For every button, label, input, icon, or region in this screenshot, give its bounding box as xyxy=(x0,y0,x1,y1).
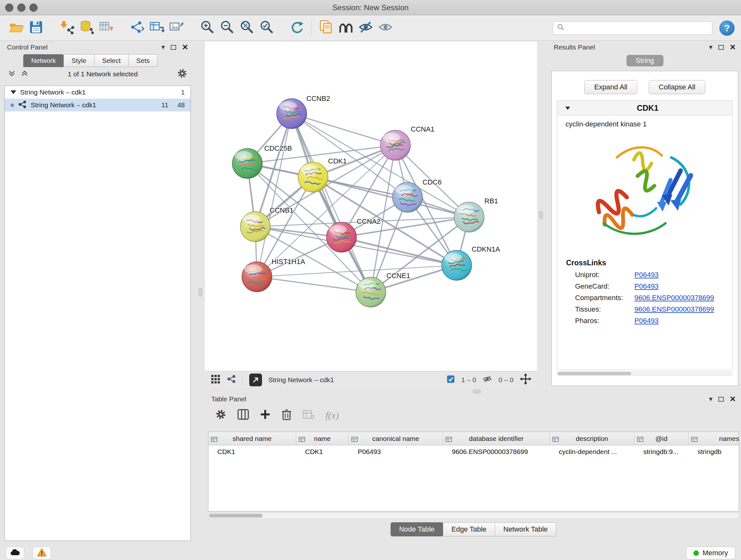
column-header[interactable]: namespace xyxy=(689,432,739,445)
tab-select[interactable]: Select xyxy=(94,54,129,67)
first-neighbors-button[interactable] xyxy=(336,18,356,38)
tab-style[interactable]: Style xyxy=(64,54,94,67)
zoom-selected-button[interactable] xyxy=(257,18,276,38)
zoom-out-button[interactable] xyxy=(217,18,237,38)
column-header[interactable]: canonical name xyxy=(349,432,443,445)
open-session-button[interactable] xyxy=(6,18,26,38)
copy-document-button[interactable] xyxy=(316,18,336,38)
table-options-gear-icon[interactable] xyxy=(215,409,226,422)
zoom-in-button[interactable] xyxy=(197,18,217,38)
table-horizontal-scrollbar[interactable] xyxy=(208,513,739,518)
tab-network-table[interactable]: Network Table xyxy=(495,522,556,537)
refresh-button[interactable] xyxy=(287,18,307,38)
hide-selected-button[interactable] xyxy=(356,18,376,38)
collection-expander-icon[interactable] xyxy=(10,90,16,94)
tab-sets[interactable]: Sets xyxy=(128,54,158,67)
pan-crosshair-icon[interactable] xyxy=(520,373,531,386)
gene-section-header[interactable]: CDK1 xyxy=(557,101,732,116)
cloud-status-button[interactable] xyxy=(6,547,24,559)
toolbar-search[interactable] xyxy=(553,21,712,35)
table-row[interactable]: CDK1 CDK1 P06493 9606.ENSP00000378699 cy… xyxy=(208,445,739,458)
panel-menu-icon[interactable]: ▾ xyxy=(161,44,165,51)
tab-node-table[interactable]: Node Table xyxy=(391,522,443,537)
zoom-fit-button[interactable] xyxy=(237,18,257,38)
crosslink-link[interactable]: 9606.ENSP00000378699 xyxy=(634,305,714,314)
network-options-gear-icon[interactable] xyxy=(177,68,188,80)
search-input[interactable] xyxy=(564,24,708,32)
results-panel-close-icon[interactable]: ✕ xyxy=(730,44,736,51)
crosslink-link[interactable]: P06493 xyxy=(634,271,659,279)
edge-count: 48 xyxy=(178,101,185,109)
memory-button[interactable]: Memory xyxy=(686,547,735,559)
results-panel-float-icon[interactable] xyxy=(718,45,724,50)
clone-table-icon xyxy=(149,20,164,36)
network-collection-row[interactable]: String Network – cdk1 1 xyxy=(5,86,191,99)
main-toolbar: ? xyxy=(0,15,741,41)
tab-edge-table[interactable]: Edge Table xyxy=(443,522,495,537)
collapse-all-networks-icon[interactable] xyxy=(8,70,16,78)
open-in-new-window-button[interactable] xyxy=(249,374,262,386)
expand-all-button[interactable]: Expand All xyxy=(584,80,637,94)
string-tab-badge[interactable]: String xyxy=(626,55,664,66)
bottom-splitter-handle[interactable] xyxy=(473,389,481,393)
zoom-selected-icon xyxy=(259,19,274,37)
zoom-in-icon xyxy=(199,19,215,37)
delete-table-icon-disabled xyxy=(302,409,315,421)
export-image-icon xyxy=(169,20,184,36)
left-splitter-handle[interactable] xyxy=(199,288,202,296)
new-network-icon xyxy=(130,20,144,36)
table-panel-menu-icon[interactable]: ▾ xyxy=(709,395,713,402)
table-panel-close-icon[interactable]: ✕ xyxy=(730,395,736,403)
column-header[interactable]: name xyxy=(296,432,349,445)
node-table-header: shared name name canonical name database… xyxy=(208,432,739,445)
panel-float-icon[interactable] xyxy=(171,45,176,50)
crosslink-link[interactable]: P06493 xyxy=(634,317,659,325)
tab-network[interactable]: Network xyxy=(23,54,64,67)
column-header[interactable]: description xyxy=(550,432,634,445)
svg-text:CDC6: CDC6 xyxy=(422,178,442,186)
crosslink-row: Pharos: P06493 xyxy=(557,315,732,327)
gene-expander-icon[interactable] xyxy=(565,106,570,110)
svg-text:CDC25B: CDC25B xyxy=(264,144,292,152)
warnings-button[interactable] xyxy=(32,547,51,559)
network-canvas[interactable]: CCNB2CCNA1CDC25BCDK1CDC6RB1CCNB1CCNA2CDK… xyxy=(205,42,537,371)
help-button[interactable]: ? xyxy=(719,20,735,36)
crosslink-link[interactable]: 9606.ENSP00000378699 xyxy=(634,294,714,302)
network-view-title: String Network – cdk1 xyxy=(268,376,334,384)
column-header[interactable]: @id xyxy=(634,432,689,445)
import-table-button[interactable] xyxy=(96,18,116,38)
gene-name: CDK1 xyxy=(570,104,725,113)
show-all-button[interactable] xyxy=(376,18,395,38)
delete-column-trash-icon[interactable] xyxy=(281,409,292,422)
crosslink-link[interactable]: P06493 xyxy=(634,282,659,291)
right-splitter-handle[interactable] xyxy=(539,211,543,219)
table-panel-float-icon[interactable] xyxy=(718,397,724,401)
export-image-button[interactable] xyxy=(166,18,186,38)
create-column-plus-icon[interactable] xyxy=(260,409,271,422)
selected-checkbox-icon[interactable] xyxy=(447,375,455,385)
new-network-button[interactable] xyxy=(127,18,147,38)
collapse-all-button[interactable]: Collapse All xyxy=(649,80,705,94)
node-table[interactable]: shared name name canonical name database… xyxy=(208,432,739,511)
show-columns-icon[interactable] xyxy=(238,409,249,422)
hidden-eye-slash-icon[interactable] xyxy=(482,375,492,385)
status-bar: Memory xyxy=(0,546,741,560)
view-share-icon[interactable] xyxy=(226,374,236,385)
expand-all-networks-icon[interactable] xyxy=(20,70,29,78)
svg-text:RB1: RB1 xyxy=(484,197,498,205)
collection-count: 1 xyxy=(181,88,185,96)
memory-status-dot-icon xyxy=(693,550,699,556)
column-header[interactable]: database identifier xyxy=(443,432,550,445)
network-row[interactable]: String Network – cdk1 11 48 xyxy=(5,99,191,111)
column-header[interactable]: shared name xyxy=(208,432,296,445)
save-session-button[interactable] xyxy=(26,18,46,38)
birds-eye-grid-icon[interactable] xyxy=(211,374,220,385)
results-panel-menu-icon[interactable]: ▾ xyxy=(709,44,713,51)
control-panel-tabs: Network Style Select Sets xyxy=(23,54,193,67)
panel-close-icon[interactable]: ✕ xyxy=(182,44,188,51)
clone-network-button[interactable] xyxy=(147,18,166,38)
results-horizontal-scrollbar[interactable] xyxy=(557,371,733,376)
string-network-graph[interactable]: CCNB2CCNA1CDC25BCDK1CDC6RB1CCNB1CCNA2CDK… xyxy=(205,42,537,371)
import-network-file-button[interactable] xyxy=(57,18,77,38)
import-network-database-button[interactable] xyxy=(77,18,96,38)
